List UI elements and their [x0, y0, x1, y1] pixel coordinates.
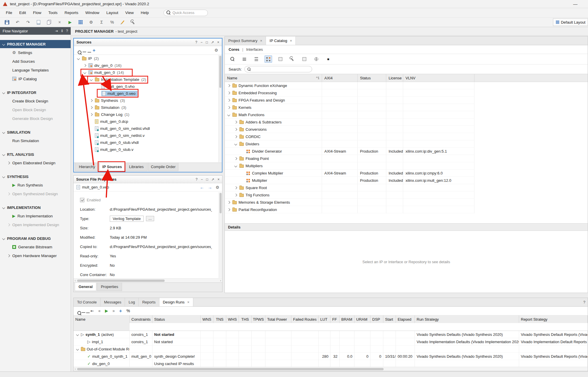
catalog-row-complex-multiplier[interactable]: Complex MultiplierAXI4-StreamProductionI… [225, 170, 588, 177]
nav-item-generate-bitstream[interactable]: Generate Bitstream [0, 242, 71, 251]
chevron-right-icon[interactable] [234, 121, 238, 123]
tab-hierarchy[interactable]: Hierarchy [75, 163, 99, 171]
toolbar-undo-button[interactable]: ↶ [13, 19, 22, 26]
menu-reports[interactable]: Reports [61, 9, 82, 16]
nav-section-project-manager[interactable]: PROJECT MANAGER [0, 40, 71, 48]
column-header-name[interactable]: Name^1 [225, 74, 322, 82]
panel-float-icon[interactable]: ↗ [211, 177, 214, 181]
chevron-down-icon[interactable] [83, 71, 87, 74]
toolbar-wrench-button[interactable] [129, 19, 137, 26]
panel-minimize-icon[interactable]: − [201, 177, 203, 181]
catalog-properties-button[interactable] [288, 55, 296, 63]
catalog-row-multipliers[interactable]: Multipliers [225, 162, 588, 170]
ellipsis-button[interactable]: … [146, 216, 154, 221]
scroll-left-icon[interactable]: ‹ [75, 279, 76, 282]
properties-vscrollbar[interactable] [219, 192, 222, 278]
column-header-lut[interactable]: LUT [319, 315, 330, 323]
column-header-tpws[interactable]: TPWS [252, 315, 265, 323]
toolbar-save-button[interactable] [3, 19, 11, 26]
column-header-failed-routes[interactable]: Failed Routes [291, 315, 319, 323]
nav-section-synthesis[interactable]: SYNTHESIS [0, 172, 71, 181]
column-header-license[interactable]: License [386, 74, 403, 82]
nav-section-simulation[interactable]: SIMULATION [0, 128, 71, 136]
menu-file[interactable]: File [2, 9, 16, 16]
menu-help[interactable]: Help [137, 9, 152, 16]
run-row-out-of-context-module-runs[interactable]: Out-of-Context Module Runs [74, 345, 588, 353]
catalog-row-memories-storage-elements[interactable]: Memories & Storage Elements [225, 199, 588, 206]
tree-item-synthesis[interactable]: Synthesis(3) [74, 97, 218, 104]
column-header-status[interactable]: Status [358, 74, 386, 82]
catalog-row-embedded-processing[interactable]: Embedded Processing [225, 89, 588, 97]
tree-item-mult-gen-0-stub-vhdl[interactable]: mult_gen_0_stub.vhdl [74, 139, 218, 146]
toolbar-redo-button[interactable]: ↷ [24, 19, 32, 26]
catalog-row-partial-reconfiguration[interactable]: Partial Reconfiguration [225, 206, 588, 213]
column-header-ths[interactable]: THS [239, 315, 252, 323]
ip-catalog-search-input[interactable] [244, 66, 312, 72]
scrollbar-thumb[interactable] [77, 280, 165, 282]
settings-gear-icon[interactable]: ⚙ [214, 48, 218, 53]
column-header-run-strategy[interactable]: Run Strategy [415, 315, 519, 323]
catalog-restore-defaults-button[interactable] [276, 55, 284, 63]
minimize-window-button[interactable]: — [573, 1, 577, 6]
tab-messages[interactable]: Messages [100, 298, 125, 306]
tab-compile-order[interactable]: Compile Order [148, 163, 178, 171]
menu-edit[interactable]: Edit [16, 9, 29, 16]
column-header-name[interactable]: Name [74, 315, 130, 323]
nav-section-rtl-analysis[interactable]: RTL ANALYSIS [0, 150, 71, 158]
tab-design-runs[interactable]: Design Runs× [159, 298, 193, 306]
column-header-total-power[interactable]: Total Power [265, 315, 291, 323]
quick-access-search[interactable]: Quick Access [163, 10, 208, 16]
nav-item-settings[interactable]: ⚙Settings [0, 48, 71, 57]
menu-window[interactable]: Window [82, 9, 103, 16]
tab-tcl-console[interactable]: Tcl Console [74, 298, 100, 306]
chevron-right-icon[interactable] [227, 107, 231, 109]
tree-item-change-log[interactable]: Change Log(1) [74, 111, 218, 118]
tree-item-instantiation-template[interactable]: Instantiation Template(2) [74, 76, 218, 83]
column-header-report-strategy[interactable]: Report Strategy [519, 315, 588, 323]
nav-item-open-elaborated-design[interactable]: Open Elaborated Design [0, 158, 71, 167]
column-header-axi4[interactable]: AXI4 [322, 74, 358, 82]
close-icon[interactable]: × [260, 39, 262, 43]
catalog-row-multiplier[interactable]: MultiplierProductionIncludedxilinx.com:i… [225, 177, 588, 184]
nav-item-language-templates[interactable]: Language Templates [0, 66, 71, 74]
tab-properties[interactable]: Properties [97, 283, 122, 291]
flow-nav-header-icon-2[interactable]: ? [66, 29, 68, 33]
scroll-left-icon[interactable]: ‹ [75, 367, 76, 371]
nav-item-ip-catalog[interactable]: IP Catalog [0, 74, 71, 83]
chevron-right-icon[interactable] [89, 107, 93, 109]
chevron-down-icon[interactable] [234, 165, 238, 167]
tab-log[interactable]: Log [125, 298, 139, 306]
gear-icon[interactable]: ⚙ [215, 185, 219, 190]
tab-ip-sources[interactable]: IP Sources [100, 163, 125, 171]
runs-go-first-button[interactable]: ⇤ [91, 309, 94, 313]
nav-item-add-sources[interactable]: Add Sources [0, 57, 71, 66]
nav-item-open-hardware-manager[interactable]: Open Hardware Manager [0, 251, 71, 260]
runs-step-forward-button[interactable]: » [112, 309, 115, 313]
catalog-license-key-button[interactable] [300, 55, 308, 63]
tab-project-summary[interactable]: Project Summary× [225, 36, 266, 45]
nav-item-open-implemented-design[interactable]: Open Implemented Design [0, 220, 71, 229]
panel-close-icon[interactable]: × [218, 177, 220, 181]
catalog-row-floating-point[interactable]: Floating Point [225, 155, 588, 162]
nav-item-run-implementation[interactable]: ▶Run Implementation [0, 212, 71, 220]
nav-section-ip-integrator[interactable]: IP INTEGRATOR [0, 88, 71, 97]
run-row-div-gen-0[interactable]: ✓div_gen_0Using cached IP results [74, 360, 588, 367]
tree-item-mult-gen-0-vho[interactable]: mult_gen_0.vho [74, 83, 218, 90]
column-header-bram[interactable]: BRAM [340, 315, 354, 323]
run-row-mult-gen-0-synth-1[interactable]: ✓mult_gen_0_synth_1mult_gen_0synth_desig… [74, 353, 588, 360]
column-header-start[interactable]: Start [383, 315, 396, 323]
column-header-dsp[interactable]: DSP [370, 315, 383, 323]
catalog-row-cordic[interactable]: CORDIC [225, 133, 588, 140]
chevron-down-icon[interactable] [227, 114, 231, 116]
scrollbar-thumb[interactable] [77, 368, 384, 370]
catalog-row-dynamic-function-exchange[interactable]: Dynamic Function eXchange [225, 82, 588, 89]
column-header-constraints[interactable]: Constraints [130, 315, 152, 323]
catalog-details-view-button[interactable]: ■ [324, 55, 332, 63]
chevron-right-icon[interactable] [227, 201, 231, 203]
chevron-right-icon[interactable] [227, 209, 231, 211]
catalog-row-adders-subtracters[interactable]: Adders & Subtracters [225, 118, 588, 126]
chevron-right-icon[interactable] [89, 100, 93, 102]
tree-item-mult-gen-0-sim-netlist-vhdl[interactable]: mult_gen_0_sim_netlist.vhdl [74, 125, 218, 132]
help-icon[interactable]: ? [583, 298, 585, 306]
close-icon[interactable]: × [290, 39, 292, 43]
